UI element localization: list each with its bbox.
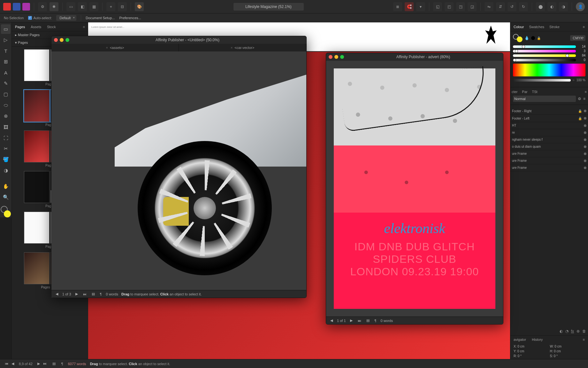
fill-well[interactable] [4,210,11,217]
boolean-int-icon[interactable]: ◑ [559,2,568,11]
layer-row[interactable]: Footer - Right [510,107,588,115]
transform-h[interactable]: H: 0 cm [550,349,585,353]
align-left-icon[interactable]: ≣ [393,2,402,11]
select-layer-dropdown[interactable]: Default [56,15,76,21]
last-page-icon[interactable]: ⏭ [357,319,362,323]
layer-row[interactable]: o duis ut diam quam [510,143,588,150]
layer-row[interactable]: ure Frame [510,157,588,164]
zoom-icon[interactable] [340,55,344,59]
text-style-dropdown[interactable]: Normal [513,96,576,102]
tab-assets[interactable]: Assets [31,25,41,29]
close-tab-icon[interactable]: × [106,46,108,50]
tab-navigator[interactable]: avigator [514,338,526,341]
panel-menu-icon[interactable]: ≡ [583,338,585,341]
special-chars-icon[interactable]: ¶ [99,292,103,296]
lock-icon[interactable] [537,36,541,40]
prev-page-icon[interactable]: ◀ [55,292,59,296]
publisher-persona-icon[interactable] [3,3,11,11]
page-list-icon[interactable]: ▤ [51,362,57,366]
panel-menu-icon[interactable]: ≡ [83,25,85,29]
eyedropper-icon[interactable]: 💧 [524,36,529,40]
layer-row[interactable]: HT [510,122,588,129]
panel-menu-icon[interactable]: ≡ [585,90,587,94]
panel-menu-icon[interactable]: ≡ [583,97,585,101]
last-page-icon[interactable]: ⏭ [82,292,88,296]
document-canvas[interactable] [51,51,306,290]
black-slider[interactable] [513,59,576,61]
tab-stock[interactable]: Stock [47,25,56,29]
tab-colour[interactable]: Colour [514,25,524,29]
picture-frame-tool-icon[interactable]: 🖼 [1,122,11,132]
adjustment-icon[interactable]: ◔ [565,329,569,333]
layer-row[interactable]: ure Frame [510,164,588,171]
account-avatar-icon[interactable]: 👤 [576,2,585,11]
preferences-icon[interactable]: ✺ [50,2,58,11]
toggle-ui-icon[interactable]: ⊟ [118,2,127,11]
cyan-slider[interactable] [513,45,576,48]
frame-text-tool-icon[interactable]: T [1,46,11,56]
tab-swatches[interactable]: Swatches [529,25,544,29]
panel-menu-icon[interactable]: ≡ [583,25,585,29]
ellipse-tool-icon[interactable]: ⬭ [1,100,11,110]
tab-history[interactable]: History [532,338,543,341]
transform-y[interactable]: Y: 0 cm [514,349,549,353]
artistic-text-tool-icon[interactable]: A [1,68,11,77]
layer-row[interactable]: re [510,129,588,136]
rotate-ccw-icon[interactable]: ↺ [508,2,516,11]
preflight-icon[interactable]: 🎨 [135,2,144,11]
transform-w[interactable]: W: 0 cm [550,345,585,348]
vector-crop-tool-icon[interactable]: ✂ [1,144,11,153]
color-wells[interactable] [1,206,11,217]
fx-button[interactable]: fx [571,329,574,333]
move-tool-icon[interactable]: ▭ [1,24,11,34]
boolean-add-icon[interactable]: ⬤ [536,2,545,11]
arrange-front-icon[interactable]: ◲ [468,2,477,11]
snap-magnet-icon[interactable]: 🧲 [405,2,414,11]
delete-layer-icon[interactable]: 🗑 [582,329,586,333]
layer-row[interactable]: Footer - Left [510,115,588,122]
transform-r[interactable]: R: 0 ° [514,354,549,358]
last-page-icon[interactable]: ⏭ [42,362,48,366]
flip-v-icon[interactable]: ⇵ [496,2,505,11]
table-tool-icon[interactable]: ⊞ [1,57,11,67]
recent-colour-swatch[interactable] [531,36,535,40]
gear-icon[interactable]: ⚙ [578,97,581,101]
document-setup-button[interactable]: Document Setup... [86,16,115,20]
close-tab-icon[interactable]: × [231,46,233,50]
close-icon[interactable] [329,55,332,59]
tab-character[interactable]: cter [512,90,517,94]
preferences-button[interactable]: Preferences... [119,16,141,20]
view-options-icon[interactable]: ⚙ [38,2,47,11]
clip-canvas-icon[interactable]: ◧ [78,2,87,11]
zoom-tool-icon[interactable]: 🔍 [1,192,11,202]
doc-tab[interactable]: ×<assets> [51,44,179,51]
tab-paragraph[interactable]: Par [522,90,527,94]
tab-stroke[interactable]: Stroke [549,25,560,29]
designer-persona-icon[interactable] [13,3,20,11]
page-list-icon[interactable]: ▤ [365,318,370,323]
mask-icon[interactable]: ◐ [560,329,563,333]
colour-model-dropdown[interactable]: CMYK [570,35,585,41]
next-page-icon[interactable]: ▶ [74,292,79,296]
snap-options-icon[interactable]: ▾ [416,2,425,11]
special-chars-icon[interactable]: ¶ [60,362,64,366]
arrange-forward-icon[interactable]: ◳ [456,2,465,11]
pen-tool-icon[interactable]: ✎ [1,79,11,88]
prev-page-icon[interactable]: ◀ [11,362,15,366]
preview-mode-icon[interactable]: ▭ [66,2,75,11]
flip-h-icon[interactable]: ⇋ [485,2,493,11]
yellow-slider[interactable] [513,54,576,57]
transform-s[interactable]: S: 0 ° [550,354,585,358]
transparency-tool-icon[interactable]: ◑ [1,166,11,175]
place-image-tool-icon[interactable]: ⛶ [1,133,11,143]
layer-row[interactable]: ngham never sleeps f [510,136,588,143]
minimize-icon[interactable] [334,55,338,59]
rounded-rect-tool-icon[interactable]: ⊗ [1,111,11,121]
opacity-slider[interactable] [513,79,571,82]
photo-persona-icon[interactable] [22,3,30,11]
auto-select-checkbox[interactable]: ✓ Auto-select: [28,16,52,20]
prev-page-icon[interactable]: ◀ [329,318,334,323]
arrange-back-icon[interactable]: ◱ [433,2,442,11]
window-titlebar[interactable]: Affinity Publisher - <Untitled> (50.0%) [51,36,306,44]
magenta-slider[interactable] [513,50,576,52]
